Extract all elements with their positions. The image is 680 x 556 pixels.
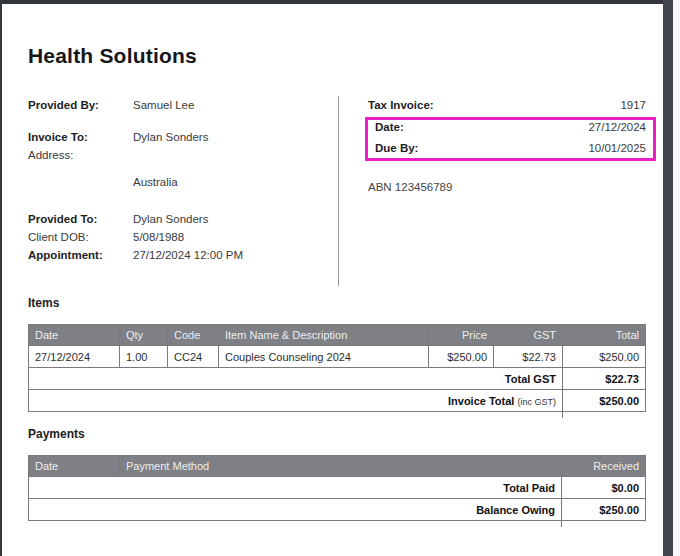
appointment-row: Appointment: 27/12/2024 12:00 PM — [28, 249, 328, 261]
payments-header-row: Date Payment Method Received — [29, 456, 646, 477]
payments-col-received: Received — [562, 456, 646, 477]
due-by-label: Due By: — [375, 142, 418, 154]
appointment-label: Appointment: — [28, 249, 133, 261]
provided-to-row: Provided To: Dylan Sonders — [28, 213, 328, 225]
invoice-date-value: 27/12/2024 — [588, 121, 646, 133]
items-col-code: Code — [168, 325, 219, 346]
invoice-total-text: Invoice Total — [448, 395, 514, 407]
invoice-total-note: (inc GST) — [517, 397, 556, 407]
invoice-total-value: $250.00 — [563, 390, 646, 412]
address-country-row: Australia — [28, 176, 328, 188]
item-date: 27/12/2024 — [29, 346, 120, 368]
item-code: CC24 — [168, 346, 219, 368]
due-by-value: 10/01/2025 — [588, 142, 646, 154]
invoice-to-label: Invoice To: — [28, 131, 133, 143]
balance-owing-value: $250.00 — [562, 499, 646, 521]
scrollbar-thumb[interactable] — [663, 0, 673, 556]
invoice-date-row: Date: 27/12/2024 — [375, 121, 646, 133]
items-col-gst: GST — [494, 325, 563, 346]
balance-owing-row: Balance Owing $250.00 — [29, 499, 646, 521]
tax-invoice-row: Tax Invoice: 1917 — [368, 99, 646, 111]
viewer-top-edge — [0, 0, 680, 4]
invoice-to-value: Dylan Sonders — [133, 131, 328, 143]
page-title: Health Solutions — [28, 44, 197, 68]
provided-by-value: Samuel Lee — [133, 99, 328, 111]
due-by-row: Due By: 10/01/2025 — [375, 142, 646, 154]
client-dob-value: 5/08/1988 — [133, 231, 328, 243]
appointment-value: 27/12/2024 12:00 PM — [133, 249, 328, 261]
item-qty: 1.00 — [120, 346, 168, 368]
item-gst: $22.73 — [494, 346, 563, 368]
balance-owing-label: Balance Owing — [29, 499, 562, 521]
payments-table-border-stub — [561, 521, 562, 527]
payments-heading: Payments — [28, 427, 85, 441]
invoice-total-row: Invoice Total (inc GST) $250.00 — [29, 390, 646, 412]
address-country-spacer — [28, 176, 133, 188]
provided-by-row: Provided By: Samuel Lee — [28, 99, 328, 111]
payments-table: Date Payment Method Received Total Paid … — [28, 455, 646, 521]
item-row: 27/12/2024 1.00 CC24 Couples Counseling … — [29, 346, 646, 368]
items-table-border-stub — [562, 412, 563, 418]
total-paid-value: $0.00 — [562, 477, 646, 499]
total-gst-label: Total GST — [29, 368, 563, 390]
total-gst-row: Total GST $22.73 — [29, 368, 646, 390]
payments-col-date: Date — [29, 456, 120, 477]
items-col-description: Item Name & Description — [219, 325, 429, 346]
viewer-left-edge — [0, 0, 2, 556]
item-total: $250.00 — [563, 346, 646, 368]
provided-by-label: Provided By: — [28, 99, 133, 111]
tax-invoice-label: Tax Invoice: — [368, 99, 434, 111]
address-value — [133, 149, 328, 161]
invoice-date-label: Date: — [375, 121, 404, 133]
client-dob-row: Client DOB: 5/08/1988 — [28, 231, 328, 243]
abn-text: ABN 123456789 — [368, 181, 452, 193]
column-divider — [338, 96, 339, 286]
items-col-price: Price — [429, 325, 494, 346]
item-description: Couples Counseling 2024 — [219, 346, 429, 368]
provided-to-value: Dylan Sonders — [133, 213, 328, 225]
items-heading: Items — [28, 296, 59, 310]
items-header-row: Date Qty Code Item Name & Description Pr… — [29, 325, 646, 346]
address-row: Address: — [28, 149, 328, 161]
payments-col-method: Payment Method — [120, 456, 562, 477]
address-label: Address: — [28, 149, 133, 161]
tax-invoice-number: 1917 — [620, 99, 646, 111]
scrollbar-track — [673, 0, 680, 556]
items-col-date: Date — [29, 325, 120, 346]
address-country-value: Australia — [133, 176, 328, 188]
items-col-total: Total — [563, 325, 646, 346]
client-dob-label: Client DOB: — [28, 231, 133, 243]
invoice-to-row: Invoice To: Dylan Sonders — [28, 131, 328, 143]
items-col-qty: Qty — [120, 325, 168, 346]
provided-to-label: Provided To: — [28, 213, 133, 225]
total-paid-label: Total Paid — [29, 477, 562, 499]
invoice-total-label: Invoice Total (inc GST) — [29, 390, 563, 412]
total-gst-value: $22.73 — [563, 368, 646, 390]
item-price: $250.00 — [429, 346, 494, 368]
total-paid-row: Total Paid $0.00 — [29, 477, 646, 499]
items-table: Date Qty Code Item Name & Description Pr… — [28, 324, 646, 412]
